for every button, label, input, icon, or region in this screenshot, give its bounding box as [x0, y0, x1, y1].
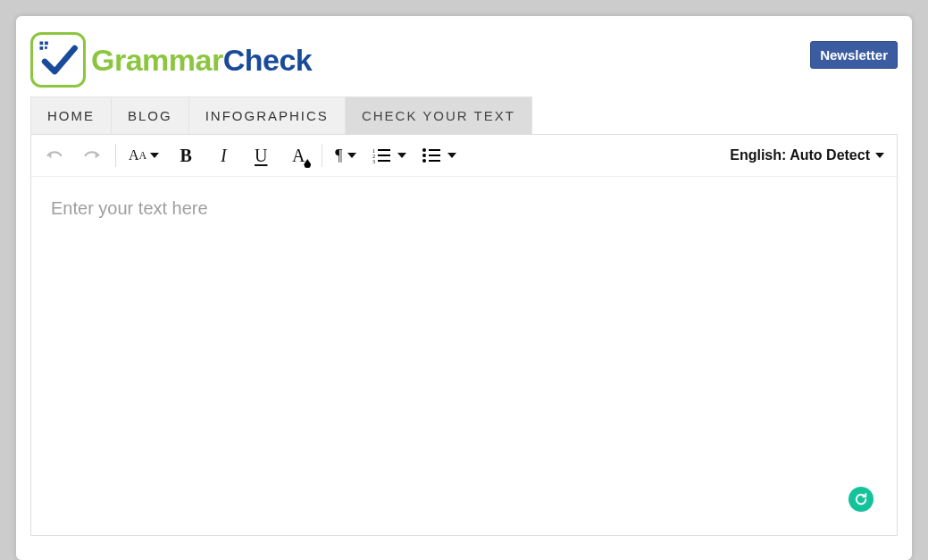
toolbar-separator: [115, 144, 116, 167]
bullet-list-button[interactable]: [422, 144, 456, 167]
underline-button[interactable]: U: [250, 144, 272, 167]
text-color-button[interactable]: A: [288, 144, 309, 167]
numbered-list-button[interactable]: 1 2 3: [372, 144, 406, 167]
language-selector[interactable]: English: Auto Detect: [730, 147, 884, 163]
svg-rect-3: [45, 46, 47, 49]
newsletter-button[interactable]: Newsletter: [810, 41, 898, 69]
logo[interactable]: GrammarCheck: [30, 32, 312, 88]
svg-rect-2: [39, 46, 43, 50]
toolbar-separator: [322, 144, 322, 167]
svg-rect-1: [45, 41, 48, 45]
svg-point-14: [422, 159, 426, 163]
logo-text-part2: Check: [223, 43, 313, 77]
nav-check-your-text[interactable]: CHECK YOUR TEXT: [346, 96, 532, 134]
bold-button[interactable]: B: [175, 144, 196, 167]
svg-point-13: [422, 154, 426, 157]
nav-home[interactable]: HOME: [30, 96, 112, 134]
logo-badge-icon: [30, 32, 86, 88]
grammarly-badge-icon[interactable]: [849, 487, 874, 512]
redo-button[interactable]: [81, 144, 103, 167]
svg-text:3: 3: [372, 159, 375, 163]
nav-blog[interactable]: BLOG: [112, 96, 189, 134]
logo-text-part1: Grammar: [91, 43, 223, 77]
svg-rect-0: [39, 41, 43, 45]
svg-point-12: [422, 148, 426, 152]
editor-textarea[interactable]: Enter your text here: [31, 177, 897, 532]
nav-infographics[interactable]: INFOGRAPHICS: [189, 96, 346, 134]
logo-text: GrammarCheck: [91, 43, 312, 78]
font-size-button[interactable]: AA: [129, 144, 159, 167]
paragraph-direction-button[interactable]: ¶: [335, 144, 356, 167]
language-label: English: Auto Detect: [730, 147, 870, 163]
undo-button[interactable]: [44, 144, 65, 167]
editor-panel: AA B I U A ¶ 1 2 3: [30, 134, 898, 536]
italic-button[interactable]: I: [213, 144, 234, 167]
editor-placeholder: Enter your text here: [51, 198, 208, 218]
editor-toolbar: AA B I U A ¶ 1 2 3: [31, 135, 897, 177]
header: GrammarCheck Newsletter: [16, 16, 912, 88]
main-nav: HOME BLOG INFOGRAPHICS CHECK YOUR TEXT: [30, 96, 898, 134]
page-card: GrammarCheck Newsletter HOME BLOG INFOGR…: [16, 16, 912, 560]
ink-drop-icon: [304, 159, 311, 168]
